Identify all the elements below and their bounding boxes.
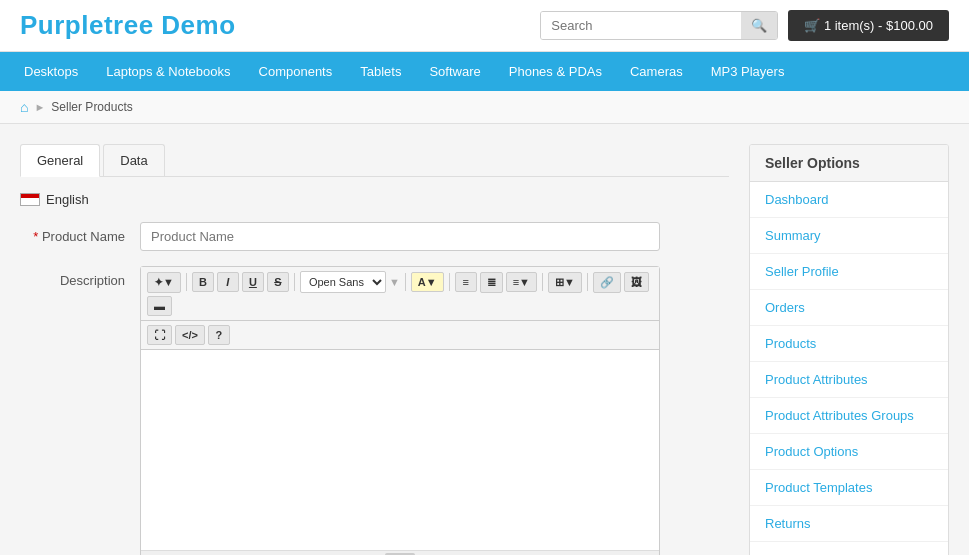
underline-button[interactable]: U — [242, 272, 264, 292]
main-container: General Data English * Product Name Desc… — [0, 124, 969, 555]
toolbar-sep-2 — [294, 273, 295, 291]
toolbar-sep-3 — [405, 273, 406, 291]
rich-text-editor: ✦▼ B I U S Open Sans ▼ A▼ ≡ ≣ ≡▼ — [140, 266, 660, 555]
search-bar: 🔍 — [540, 11, 778, 40]
sidebar-item-dashboard[interactable]: Dashboard — [750, 182, 948, 218]
product-name-group: * Product Name — [20, 222, 729, 251]
sidebar-panel-title: Seller Options — [750, 145, 948, 182]
sidebar-item-seller-profile[interactable]: Seller Profile — [750, 254, 948, 290]
breadcrumb: ⌂ ► Seller Products — [0, 91, 969, 124]
ordered-list-button[interactable]: ≣ — [480, 272, 503, 293]
editor-toolbar-2: ⛶ </> ? — [141, 321, 659, 350]
product-name-input[interactable] — [140, 222, 660, 251]
nav-item-phones[interactable]: Phones & PDAs — [495, 52, 616, 91]
toolbar-sep-1 — [186, 273, 187, 291]
cart-button[interactable]: 🛒 1 item(s) - $100.00 — [788, 10, 949, 41]
content-area: General Data English * Product Name Desc… — [20, 144, 729, 555]
nav-item-tablets[interactable]: Tablets — [346, 52, 415, 91]
header: Purpletree Demo 🔍 🛒 1 item(s) - $100.00 — [0, 0, 969, 52]
breadcrumb-home-icon[interactable]: ⌂ — [20, 99, 28, 115]
toolbar-sep-6 — [587, 273, 588, 291]
nav-item-cameras[interactable]: Cameras — [616, 52, 697, 91]
font-selector[interactable]: Open Sans — [300, 271, 386, 293]
tab-general[interactable]: General — [20, 144, 100, 177]
editor-body[interactable] — [141, 350, 659, 550]
magic-button[interactable]: ✦▼ — [147, 272, 181, 293]
required-marker: * — [33, 229, 38, 244]
link-button[interactable]: 🔗 — [593, 272, 621, 293]
seller-options-panel: Seller Options Dashboard Summary Seller … — [749, 144, 949, 555]
search-icon: 🔍 — [751, 18, 767, 33]
description-label: Description — [20, 266, 140, 288]
nav-item-laptops[interactable]: Laptops & Notebooks — [92, 52, 244, 91]
strikethrough-button[interactable]: S — [267, 272, 289, 292]
table-button[interactable]: ⊞▼ — [548, 272, 582, 293]
site-logo: Purpletree Demo — [20, 10, 236, 41]
breadcrumb-current: Seller Products — [51, 100, 132, 114]
tab-bar: General Data — [20, 144, 729, 177]
sidebar-item-summary[interactable]: Summary — [750, 218, 948, 254]
image-button[interactable]: 🖼 — [624, 272, 649, 292]
breadcrumb-separator: ► — [34, 101, 45, 113]
header-right: 🔍 🛒 1 item(s) - $100.00 — [540, 10, 949, 41]
search-input[interactable] — [541, 12, 741, 39]
language-selector: English — [20, 192, 729, 207]
source-button[interactable]: </> — [175, 325, 205, 345]
nav-item-software[interactable]: Software — [415, 52, 494, 91]
toolbar-sep-5 — [542, 273, 543, 291]
label-text: Product Name — [42, 229, 125, 244]
flag-icon — [20, 193, 40, 206]
sidebar-item-store-information[interactable]: Store Information — [750, 542, 948, 555]
toolbar-sep-4 — [449, 273, 450, 291]
editor-resize-handle[interactable] — [141, 550, 659, 555]
description-group: Description ✦▼ B I U S Open Sans ▼ A▼ — [20, 266, 729, 555]
search-button[interactable]: 🔍 — [741, 12, 777, 39]
fullscreen-button[interactable]: ⛶ — [147, 325, 172, 345]
font-arrow: ▼ — [389, 276, 400, 288]
highlight-button[interactable]: A▼ — [411, 272, 444, 292]
sidebar-item-product-templates[interactable]: Product Templates — [750, 470, 948, 506]
embed-button[interactable]: ▬ — [147, 296, 172, 316]
italic-button[interactable]: I — [217, 272, 239, 292]
nav-item-desktops[interactable]: Desktops — [10, 52, 92, 91]
main-nav: Desktops Laptops & Notebooks Components … — [0, 52, 969, 91]
editor-toolbar: ✦▼ B I U S Open Sans ▼ A▼ ≡ ≣ ≡▼ — [141, 267, 659, 321]
unordered-list-button[interactable]: ≡ — [455, 272, 477, 292]
bold-button[interactable]: B — [192, 272, 214, 292]
language-label[interactable]: English — [46, 192, 89, 207]
sidebar-item-returns[interactable]: Returns — [750, 506, 948, 542]
sidebar-item-products[interactable]: Products — [750, 326, 948, 362]
sidebar-item-product-options[interactable]: Product Options — [750, 434, 948, 470]
product-name-label: * Product Name — [20, 222, 140, 244]
sidebar: Seller Options Dashboard Summary Seller … — [749, 144, 949, 555]
nav-item-components[interactable]: Components — [245, 52, 347, 91]
sidebar-item-product-attributes[interactable]: Product Attributes — [750, 362, 948, 398]
nav-item-mp3[interactable]: MP3 Players — [697, 52, 799, 91]
sidebar-item-product-attributes-groups[interactable]: Product Attributes Groups — [750, 398, 948, 434]
sidebar-item-orders[interactable]: Orders — [750, 290, 948, 326]
tab-data[interactable]: Data — [103, 144, 164, 176]
align-button[interactable]: ≡▼ — [506, 272, 537, 292]
help-button[interactable]: ? — [208, 325, 230, 345]
